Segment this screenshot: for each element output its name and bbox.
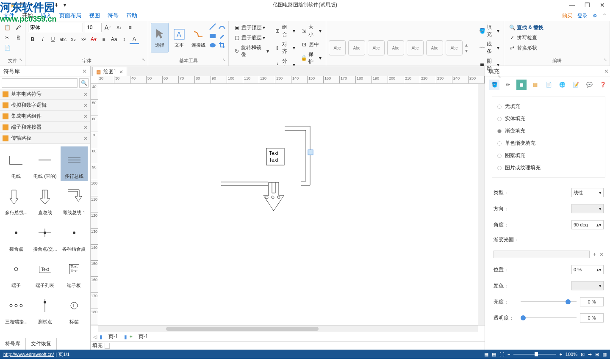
zoom-slider[interactable] (513, 354, 556, 355)
symbol-item[interactable]: TextText端子板 (61, 256, 88, 290)
gallery-up-icon[interactable]: ▴ (465, 42, 472, 48)
grid-icon[interactable]: ⊞ (595, 352, 599, 357)
style-gallery[interactable]: Abc Abc Abc Abc Abc Abc Abc ▴ ▾ (329, 40, 472, 55)
symbol-item[interactable]: 多行总线... (3, 183, 30, 218)
login-link[interactable]: 登录 (577, 12, 588, 19)
find-replace-button[interactable]: 🔍查找 & 替换 (507, 23, 545, 32)
fill-option-radio[interactable]: 无填充 (496, 100, 602, 113)
gallery-down-icon[interactable]: ▾ (465, 48, 472, 54)
pen-tool-icon[interactable] (218, 32, 226, 40)
opacity-value[interactable]: 0 % (580, 313, 604, 323)
tab-symbols[interactable]: 符号库 (0, 338, 26, 350)
fill-option-radio[interactable]: 单色渐变填充 (496, 137, 602, 149)
view-full-icon[interactable]: ⛶ (499, 352, 504, 357)
color-picker[interactable]: ▾ (571, 281, 604, 290)
bullets-button[interactable]: ≡ (99, 35, 108, 44)
qat-new-icon[interactable]: 📄 (2, 1, 9, 9)
category-row[interactable]: 传输路径✕ (0, 133, 90, 144)
strikethrough-button[interactable]: abc (58, 35, 68, 44)
shadow-tab-icon[interactable]: ◼ (516, 80, 527, 90)
search-button[interactable]: 🔍 (79, 78, 89, 88)
line-tab-icon[interactable]: ✏ (503, 80, 513, 90)
symbol-search-input[interactable] (2, 78, 78, 88)
spacing-button[interactable]: ↕ (119, 35, 129, 44)
bold-button[interactable]: B (28, 35, 37, 44)
font-color-button[interactable]: A▾ (89, 35, 98, 44)
qat-print-icon[interactable]: 🖨 (44, 1, 52, 9)
size-button[interactable]: ⇲大小▾ (299, 23, 323, 39)
crop-tool-icon[interactable] (218, 41, 226, 49)
spellcheck-button[interactable]: ✓拼写检查 (507, 33, 545, 42)
ruler-icon[interactable]: ▥ (602, 352, 607, 357)
connector-tool[interactable]: 连接线 (190, 23, 208, 52)
view-normal-icon[interactable]: ▦ (484, 352, 488, 357)
menu-file[interactable]: 文件 (3, 12, 14, 19)
category-row[interactable]: 集成电路组件✕ (0, 111, 90, 122)
font-decrease-icon[interactable]: A↓ (114, 23, 124, 32)
fill-dropdown[interactable]: 🪣填充▾ (477, 23, 501, 39)
zoom-out-icon[interactable]: − (507, 352, 510, 357)
direction-combo[interactable]: ▾ (571, 204, 604, 213)
symbol-item[interactable]: 测试点 (31, 292, 58, 327)
maximize-button[interactable]: ❐ (581, 1, 593, 9)
comment-tab-icon[interactable]: 💬 (584, 80, 594, 90)
symbol-item[interactable]: 多行总线 (61, 146, 88, 181)
opacity-slider[interactable] (521, 317, 577, 318)
gradient-stop-bar[interactable] (494, 251, 590, 258)
style-item[interactable]: Abc (329, 40, 346, 55)
qat-undo-icon[interactable]: ↶ (27, 1, 35, 9)
qat-dropdown-icon[interactable]: ▾ (61, 1, 69, 9)
settings-icon[interactable]: ⚙ (593, 13, 597, 19)
underline-button[interactable]: U (48, 35, 58, 44)
vertical-scrollbar[interactable] (478, 84, 485, 325)
edit-tab-icon[interactable]: 📝 (571, 80, 581, 90)
menu-layout[interactable]: 页面布局 (59, 12, 81, 19)
category-row[interactable]: 基本电路符号✕ (0, 89, 90, 100)
symbol-item[interactable]: Text端子列表 (31, 256, 58, 290)
zoom-level[interactable]: 100% (566, 352, 577, 357)
category-close-icon[interactable]: ✕ (83, 102, 88, 108)
type-combo[interactable]: 线性▾ (571, 188, 604, 197)
subscript-button[interactable]: x₂ (69, 35, 78, 44)
page-tab[interactable]: 页-1 (135, 332, 152, 341)
rotate-button[interactable]: ↻旋转和镜像▾ (231, 43, 271, 59)
fill-option-radio[interactable]: 渐变填充 (496, 125, 602, 137)
align-button[interactable]: ⫿对齐▾ (272, 40, 297, 56)
bring-front-button[interactable]: ▣置于顶层▾ (231, 23, 271, 32)
curve-tool-icon[interactable] (218, 23, 226, 30)
style-item[interactable]: Abc (446, 40, 463, 55)
symbol-item[interactable]: 电线 (3, 146, 30, 181)
tab-close-icon[interactable]: ✕ (119, 69, 123, 75)
page-tab[interactable]: 页-1 (105, 332, 122, 341)
menu-view[interactable]: 视图 (89, 12, 100, 19)
minimize-button[interactable]: — (566, 1, 578, 9)
qat-open-icon[interactable]: 📂 (10, 1, 18, 9)
horizontal-scrollbar[interactable] (98, 325, 478, 332)
tab-recovery[interactable]: 文件恢复 (26, 338, 57, 350)
group-button[interactable]: ⊞组合▾ (272, 23, 297, 39)
replace-shape-button[interactable]: ⇄替换形状 (507, 43, 545, 52)
qat-save-icon[interactable]: 💾 (19, 1, 26, 9)
page-prev-icon[interactable]: ◁ (93, 334, 97, 340)
brightness-slider[interactable] (521, 301, 577, 302)
rect-tool-icon[interactable] (209, 32, 216, 40)
canvas[interactable]: Text Text (98, 84, 478, 325)
font-name-combo[interactable] (28, 23, 83, 32)
line-dropdown[interactable]: 〰线条▾ (477, 40, 501, 56)
superscript-button[interactable]: x² (79, 35, 88, 44)
text-tool[interactable]: A 文本 (170, 23, 188, 52)
status-url[interactable]: http://www.edrawsoft.cn/ (3, 352, 54, 357)
symbol-item[interactable]: 电线 (直的) (31, 146, 58, 181)
highlight-button[interactable]: A (130, 35, 139, 44)
category-close-icon[interactable]: ✕ (83, 135, 88, 141)
clone-icon[interactable]: ⎘ (14, 33, 23, 42)
panel-close-icon[interactable]: ✕ (604, 68, 609, 74)
symbol-item[interactable]: 直总线 (31, 183, 58, 218)
paste-icon[interactable]: 📋 (3, 23, 12, 32)
style-item[interactable]: Abc (348, 40, 365, 55)
document-tab[interactable]: ▦ 绘图1 ✕ (92, 67, 127, 76)
menu-insert[interactable]: 插入 (41, 12, 52, 19)
no-color-swatch[interactable] (105, 343, 110, 349)
align-icon[interactable]: ≡ (125, 23, 135, 32)
send-back-button[interactable]: ▢置于底层▾ (231, 33, 271, 42)
